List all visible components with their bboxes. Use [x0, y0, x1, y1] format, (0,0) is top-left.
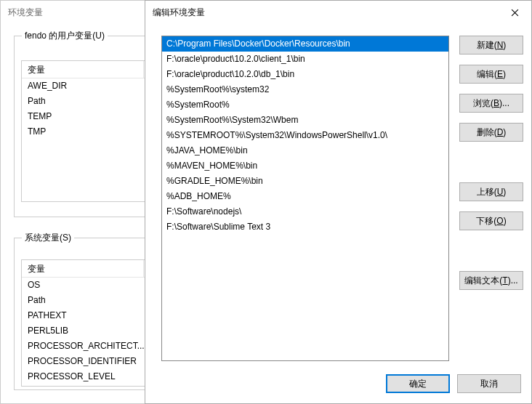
list-item[interactable]: F:\oracle\product\10.2.0\db_1\bin	[162, 67, 448, 82]
list-item[interactable]: %GRADLE_HOME%\bin	[162, 174, 448, 189]
user-vars-label: fendo 的用户变量(U)	[22, 30, 108, 42]
browse-button[interactable]: 浏览(B)...	[459, 94, 523, 113]
list-item[interactable]: %SystemRoot%\system32	[162, 82, 448, 97]
move-down-button[interactable]: 下移(O)	[459, 211, 523, 230]
button-column: 新建(N) 编辑(E) 浏览(B)... 删除(D) 上移(U) 下移(O) 编…	[459, 36, 523, 290]
path-listbox[interactable]: C:\Program Files\Docker\Docker\Resources…	[161, 36, 449, 361]
list-item[interactable]: %SystemRoot%\System32\Wbem	[162, 113, 448, 128]
dialog-bottom-buttons: 确定 取消	[386, 374, 521, 393]
list-item[interactable]: %JAVA_HOME%\bin	[162, 143, 448, 158]
edit-button[interactable]: 编辑(E)	[459, 65, 523, 84]
edit-text-button[interactable]: 编辑文本(T)...	[459, 271, 523, 290]
list-item[interactable]: C:\Program Files\Docker\Docker\Resources…	[162, 36, 448, 52]
list-item[interactable]: F:\oracle\product\10.2.0\client_1\bin	[162, 52, 448, 67]
cancel-button[interactable]: 取消	[457, 374, 521, 393]
close-icon	[511, 9, 519, 17]
system-vars-label: 系统变量(S)	[22, 232, 74, 244]
ok-button[interactable]: 确定	[386, 374, 450, 393]
col-variable[interactable]: 变量	[22, 61, 144, 78]
close-button[interactable]	[499, 1, 531, 23]
list-item[interactable]: F:\Software\nodejs\	[162, 204, 448, 219]
list-item[interactable]: %SystemRoot%	[162, 97, 448, 113]
delete-button[interactable]: 删除(D)	[459, 123, 523, 142]
dialog-title: 编辑环境变量	[153, 7, 205, 19]
list-item[interactable]: %ADB_HOME%	[162, 189, 448, 204]
col-variable[interactable]: 变量	[22, 260, 144, 277]
edit-env-var-dialog: 编辑环境变量 C:\Program Files\Docker\Docker\Re…	[145, 0, 532, 404]
list-item[interactable]: %MAVEN_HOME%\bin	[162, 158, 448, 174]
list-item[interactable]: %SYSTEMROOT%\System32\WindowsPowerShell\…	[162, 128, 448, 143]
list-item[interactable]: F:\Software\Sublime Text 3	[162, 219, 448, 235]
new-button[interactable]: 新建(N)	[459, 36, 523, 54]
dialog-titlebar: 编辑环境变量	[145, 1, 531, 24]
move-up-button[interactable]: 上移(U)	[459, 182, 523, 201]
